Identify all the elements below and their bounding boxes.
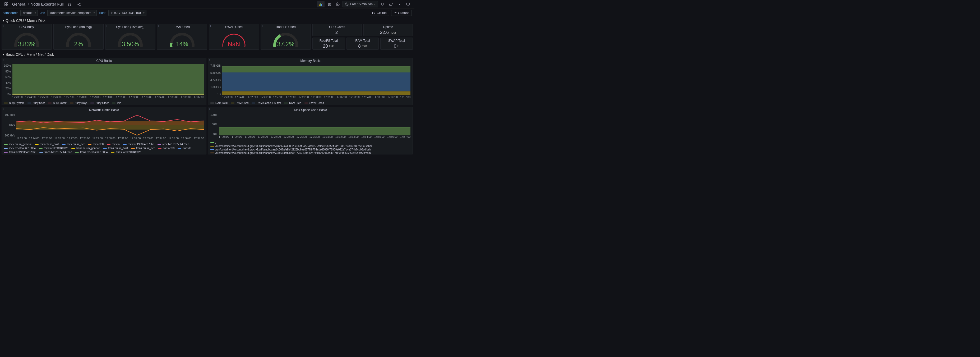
breadcrumb-page[interactable]: Node Exporter Full	[31, 2, 64, 6]
chart-row-2: i Network Traffic Basic 100 kb/s0 b/s-10…	[0, 107, 414, 156]
info-icon[interactable]: i	[365, 25, 366, 27]
legend-item[interactable]: SWAP Used	[304, 102, 324, 104]
legend-item[interactable]: /run/containerd/io.containerd.grpc.v1.cr…	[210, 145, 372, 148]
info-icon[interactable]: i	[3, 59, 4, 61]
var-select-datasource[interactable]: default	[20, 10, 38, 16]
info-icon[interactable]: i	[348, 38, 348, 41]
legend-swatch	[210, 153, 214, 153]
gauge[interactable]: 3.50%	[105, 29, 155, 49]
legend-item[interactable]: RAM Total	[210, 102, 228, 104]
legend-item[interactable]: RAM Cache + Buffer	[251, 102, 281, 104]
legend-item[interactable]: trans lxc76aa36016004	[75, 151, 108, 154]
breadcrumb-root[interactable]: General	[12, 2, 26, 6]
legend-item[interactable]: trans cilium_geneve	[72, 147, 100, 150]
legend-item[interactable]: trans lxc19b3a4c970b9	[4, 151, 36, 154]
info-icon[interactable]: i	[209, 108, 210, 110]
legend-item[interactable]: recv cilium_net	[62, 143, 84, 146]
legend-swatch	[48, 103, 51, 104]
info-icon[interactable]: i	[107, 25, 107, 27]
legend-item[interactable]: Busy Other	[91, 102, 109, 104]
legend-item[interactable]: trans cilium_net	[131, 147, 154, 150]
info-icon[interactable]: i	[382, 38, 382, 41]
legend-item[interactable]: Busy IRQs	[70, 102, 88, 104]
legend-item[interactable]: trans lo	[178, 147, 191, 150]
legend-item[interactable]: RAM Used	[231, 102, 248, 104]
save-icon[interactable]	[326, 1, 333, 7]
legend-item[interactable]: /	[210, 141, 216, 144]
var-select-job[interactable]: kubernetes-service-endpoints	[47, 10, 97, 16]
apps-icon[interactable]	[3, 1, 10, 7]
info-icon[interactable]: i	[210, 25, 211, 27]
info-icon[interactable]: i	[209, 59, 210, 61]
share-icon[interactable]	[75, 1, 83, 7]
legend-item[interactable]: trans lxcf699134f8f2e	[111, 151, 141, 154]
legend-item[interactable]: Idle	[112, 102, 121, 104]
legend-item[interactable]: recv lxc1a1653b470ee	[158, 143, 189, 146]
settings-icon[interactable]	[334, 1, 342, 7]
info-icon[interactable]: i	[158, 25, 159, 27]
info-icon[interactable]: i	[314, 38, 315, 41]
legend-label: Busy Other	[95, 102, 109, 104]
refresh-interval-dropdown[interactable]: ▾	[396, 1, 403, 7]
legend-item[interactable]: recv cilium_host	[35, 143, 59, 146]
gauge[interactable]: NaN	[209, 29, 259, 49]
info-icon[interactable]: i	[314, 25, 315, 27]
chart-canvas[interactable]	[16, 113, 204, 137]
gauge[interactable]: 37.2%	[261, 29, 310, 49]
legend-item[interactable]: Busy User	[27, 102, 45, 104]
star-icon[interactable]	[66, 1, 73, 7]
row-header-basic[interactable]: ▾ Basic CPU / Mem / Net / Disk	[0, 51, 414, 57]
panel-title: Sys Load (5m avg)	[54, 24, 103, 29]
gauge[interactable]: 3.83%	[2, 29, 51, 49]
legend-item[interactable]: recv lxcf699134f8f2e	[39, 147, 68, 150]
stat-value: 8GiB	[347, 43, 379, 49]
var-select-host[interactable]: 195.17.140.203:9100	[108, 10, 146, 16]
link-github[interactable]: GitHub	[370, 10, 389, 16]
legend-label: /run/containerd/io.containerd.grpc.v1.cr…	[215, 145, 372, 148]
gauge-value: 14%	[157, 41, 207, 48]
chart-canvas[interactable]	[222, 64, 410, 96]
legend-label: recv lxcf699134f8f2e	[44, 147, 68, 150]
info-icon[interactable]: i	[55, 25, 56, 27]
panel-title: CPU Cores	[313, 24, 361, 29]
gauge[interactable]: 2%	[54, 29, 103, 49]
legend-swatch	[304, 103, 308, 104]
breadcrumb-sep: /	[28, 2, 29, 6]
legend-item[interactable]: recv lxc76aa36016004	[4, 147, 36, 150]
legend-item[interactable]: recv lo	[107, 143, 119, 146]
info-icon[interactable]: i	[262, 25, 263, 27]
legend-item[interactable]: /run/containerd/io.containerd.grpc.v1.cr…	[210, 148, 373, 151]
svg-rect-25	[13, 94, 204, 94]
zoom-out-icon[interactable]	[379, 1, 387, 7]
legend: //run/containerd/io.containerd.grpc.v1.c…	[208, 140, 412, 155]
legend-item[interactable]: recv eth0	[88, 143, 103, 146]
gauge-row: i CPU Busy 3.83% i Sys Load (5m avg) 2% …	[0, 24, 414, 51]
chart-canvas[interactable]	[219, 113, 410, 135]
legend: recv cilium_geneverecv cilium_hostrecv c…	[2, 142, 206, 154]
stat-panel-cores: i CPU Cores 2	[312, 24, 362, 36]
tv-mode-icon[interactable]	[404, 1, 412, 7]
legend-item[interactable]: recv lxc19b3a4c970b9	[123, 143, 154, 146]
row-header-quick[interactable]: ▾ Quick CPU / Mem / Disk	[0, 18, 414, 24]
chart-row-1: i CPU Basic 100%80%60%40%20%0% 17:23:001…	[0, 57, 414, 107]
legend-item[interactable]: /run/containerd/io.containerd.grpc.v1.cr…	[210, 151, 371, 155]
info-icon[interactable]: i	[3, 108, 4, 110]
refresh-icon[interactable]	[387, 1, 395, 7]
legend-item[interactable]: trans cilium_host	[103, 147, 128, 150]
legend-item[interactable]: Busy System	[4, 102, 24, 104]
legend-item[interactable]: RAM Free	[284, 102, 301, 104]
legend-swatch	[158, 148, 161, 148]
link-grafana[interactable]: Grafana	[391, 10, 412, 16]
gauge[interactable]: 14%	[157, 29, 207, 49]
legend-item[interactable]: recv cilium_geneve	[4, 143, 32, 146]
chart-canvas[interactable]	[13, 64, 204, 96]
legend-item[interactable]: trans lxc1a1653b470ee	[40, 151, 72, 154]
legend-item[interactable]: trans eth0	[158, 147, 175, 150]
legend-item[interactable]: Busy Iowait	[48, 102, 66, 104]
svg-rect-24	[13, 64, 204, 95]
svg-line-9	[78, 4, 80, 5]
add-panel-icon[interactable]: +	[317, 1, 325, 7]
time-range-picker[interactable]: Last 15 minutes ▾	[342, 1, 378, 7]
svg-marker-4	[68, 3, 71, 6]
info-icon[interactable]: i	[3, 25, 4, 27]
